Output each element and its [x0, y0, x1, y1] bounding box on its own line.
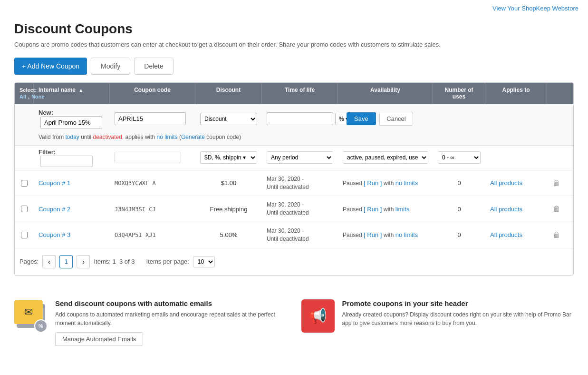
filter-code-cell [110, 152, 195, 163]
row3-time: Mar 30, 2020 -Until deactivated [267, 227, 333, 243]
add-coupon-button[interactable]: + Add New Coupon [14, 58, 87, 75]
row3-time-cell: Mar 30, 2020 -Until deactivated [262, 227, 338, 243]
row3-checkbox[interactable] [21, 232, 28, 238]
pages-label: Pages: [19, 258, 39, 265]
row2-name-cell: Coupon # 2 [34, 206, 110, 213]
row2-applies-cell: All products [485, 206, 547, 213]
new-internal-name-input[interactable] [40, 116, 102, 129]
per-page-label: Items per page: [146, 258, 189, 265]
prev-page-button[interactable]: ‹ [42, 255, 56, 268]
items-range: 1–3 [113, 258, 123, 265]
row3-delete-button[interactable]: 🗑 [547, 231, 566, 239]
row1-uses: 0 [457, 179, 461, 187]
row2-delete-button[interactable]: 🗑 [547, 205, 566, 213]
filter-row: Filter: $D, %, shippin ▾ Any period acti… [15, 146, 573, 170]
row2-code-cell: J3N4JM3SI CJ [110, 206, 195, 213]
row3-checkbox-cell [15, 232, 34, 238]
deactivated-link[interactable]: deactivated [93, 134, 122, 140]
th-select: Select: All, None [15, 83, 34, 104]
modify-button[interactable]: Modify [91, 58, 130, 75]
row3-applies-link[interactable]: All products [490, 231, 522, 238]
webstore-link[interactable]: View Your ShopKeep Webstore [492, 5, 578, 12]
new-action-cell: Save Cancel [338, 112, 433, 126]
th-internal-name: Internal name ▲ [34, 83, 110, 104]
promo-email-desc: Add coupons to automated marketing email… [55, 310, 287, 327]
toolbar: + Add New Coupon Modify Delete [14, 58, 574, 75]
row3-name-cell: Coupon # 3 [34, 231, 110, 238]
select-label: Select: [19, 87, 29, 93]
row1-discount: $1.00 [221, 179, 237, 187]
filter-code-input[interactable] [115, 152, 181, 163]
megaphone-icon: 📢 [309, 307, 327, 324]
no-limits-link[interactable]: no limits [157, 134, 178, 140]
filter-avail-cell: active, paused, expired, use [338, 151, 433, 164]
row1-avail-with: with [384, 180, 395, 187]
row2-applies-link[interactable]: All products [490, 206, 522, 213]
row1-name-link[interactable]: Coupon # 1 [39, 179, 70, 187]
row1-uses-cell: 0 [433, 179, 485, 187]
filter-name-input[interactable] [40, 156, 93, 167]
top-bar: View Your ShopKeep Webstore [0, 0, 588, 17]
select-all-link[interactable]: All [19, 93, 26, 100]
filter-type-cell: $D, %, shippin ▾ [195, 151, 262, 164]
row3-name-link[interactable]: Coupon # 3 [39, 231, 70, 238]
promo-bar-title: Promote coupons in your site header [342, 299, 574, 307]
row3-uses: 0 [457, 231, 461, 238]
delete-button[interactable]: Delete [134, 58, 173, 75]
row2-discount: Free shipping [210, 206, 248, 213]
row2-checkbox[interactable] [21, 206, 28, 212]
th-availability: Availability [338, 83, 433, 104]
row2-run-link[interactable]: [ Run ] [364, 206, 382, 213]
row3-applies-cell: All products [485, 231, 547, 238]
new-coupon-form: New: Discount $D % Free shipping [15, 104, 573, 146]
row1-limits-link[interactable]: no limits [395, 179, 418, 187]
manage-emails-button[interactable]: Manage Automated Emails [55, 332, 143, 346]
new-save-button[interactable]: Save [347, 112, 376, 125]
filter-period-select[interactable]: Any period [267, 151, 333, 164]
table-row: Coupon # 2 J3N4JM3SI CJ Free shipping Ma… [15, 196, 573, 222]
filter-uses-select[interactable]: 0 - ∞ [438, 151, 481, 164]
new-cancel-button[interactable]: Cancel [379, 112, 413, 126]
new-discount-cell: Discount $D % Free shipping [195, 113, 262, 125]
per-page-select[interactable]: 10 25 50 [193, 256, 215, 267]
table-row: Coupon # 1 MOXQ3YCWXF A $1.00 Mar 30, 20… [15, 170, 573, 197]
row2-name-link[interactable]: Coupon # 2 [39, 206, 70, 213]
row1-code: MOXQ3YCWXF A [115, 180, 156, 187]
row3-code: O3Q4AP5I XJ1 [115, 232, 156, 238]
filter-type-select[interactable]: $D, %, shippin ▾ [200, 151, 257, 164]
pagination: Pages: ‹ 1 › Items: 1–3 of 3 Items per p… [15, 248, 573, 275]
row3-uses-cell: 0 [433, 231, 485, 238]
new-label: New: [39, 109, 53, 116]
new-coupon-code-input[interactable] [115, 112, 186, 125]
row1-checkbox[interactable] [21, 180, 28, 187]
new-discount-type-select[interactable]: Discount $D % Free shipping [200, 113, 257, 125]
row1-run-link[interactable]: [ Run ] [364, 179, 382, 187]
email-icon: ✉ % [14, 299, 48, 333]
row1-delete-button[interactable]: 🗑 [547, 179, 566, 188]
row1-applies-link[interactable]: All products [490, 179, 522, 187]
th-applies-to: Applies to [485, 83, 547, 104]
filter-label: Filter: [39, 148, 56, 156]
today-link[interactable]: today [65, 134, 79, 140]
row2-checkbox-cell [15, 206, 34, 212]
email-symbol: ✉ [24, 306, 33, 318]
row3-limits-link[interactable]: no limits [395, 231, 418, 238]
row2-avail-cell: Paused [ Run ] with limits [338, 206, 433, 213]
filter-avail-select[interactable]: active, paused, expired, use [343, 151, 428, 164]
promo-bar-card: 📢 Promote coupons in your site header Al… [301, 299, 574, 346]
th-coupon-code: Coupon code [110, 83, 195, 104]
items-info: Items: 1–3 of 3 [94, 258, 135, 265]
items-total: 3 [131, 258, 135, 265]
generate-link[interactable]: Generate [181, 134, 205, 140]
row3-discount-cell: 5.00% [195, 231, 262, 238]
row1-avail-cell: Paused [ Run ] with no limits [338, 179, 433, 187]
next-page-button[interactable]: › [77, 255, 90, 268]
row3-avail-cell: Paused [ Run ] with no limits [338, 231, 433, 238]
th-discount: Discount [195, 83, 262, 104]
promo-bar-text: Promote coupons in your site header Alre… [342, 299, 574, 332]
row2-limits-link[interactable]: limits [395, 206, 410, 213]
row3-run-link[interactable]: [ Run ] [364, 231, 382, 238]
new-value-input[interactable] [267, 112, 333, 125]
row1-discount-cell: $1.00 [195, 179, 262, 187]
row3-avail-with: with [384, 232, 395, 238]
